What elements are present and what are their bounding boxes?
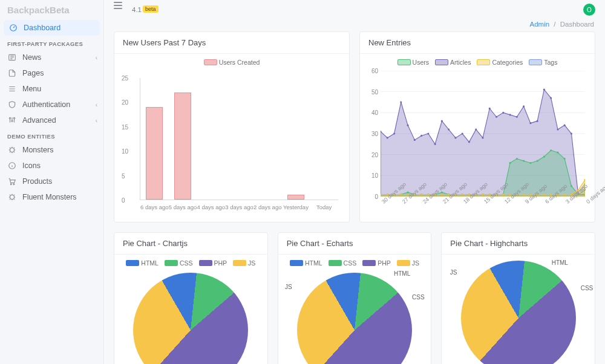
x-axis-label: 5 days ago — [169, 204, 197, 210]
svg-point-39 — [529, 122, 531, 124]
legend-label: CSS — [344, 259, 357, 267]
svg-point-134 — [543, 193, 545, 195]
legend-label: Categories — [492, 59, 523, 66]
svg-point-33 — [489, 108, 491, 109]
gauge-icon — [8, 23, 18, 33]
sidebar-item-label: Fluent Monsters — [22, 193, 77, 201]
sidebar-item-menu[interactable]: Menu — [0, 81, 103, 97]
svg-point-75 — [564, 158, 566, 160]
card-pie-echarts: Pie Chart - Echarts HTMLCSSPHPJS HTMLCSS… — [278, 232, 432, 364]
svg-point-44 — [564, 125, 566, 126]
sidebar-item-label: Dashboard — [24, 24, 60, 32]
sidebar-item-label: Authentication — [22, 100, 70, 109]
svg-point-119 — [441, 193, 443, 195]
sidebar-item-label: News — [22, 53, 41, 62]
svg-point-24 — [427, 132, 429, 134]
svg-point-25 — [434, 143, 436, 145]
svg-point-31 — [475, 128, 477, 130]
svg-point-36 — [509, 114, 511, 115]
sidebar-item-dashboard[interactable]: Dashboard — [4, 20, 100, 36]
version-number: 4.1 — [132, 6, 142, 13]
sidebar-item-news[interactable]: News‹ — [0, 50, 103, 65]
sidebar-item-advanced[interactable]: Advanced‹ — [0, 112, 103, 128]
legend-label: HTML — [305, 259, 322, 267]
avatar-initial: O — [587, 7, 592, 13]
bug-icon — [7, 192, 17, 202]
legend-new-users: Users Created — [122, 59, 342, 66]
beta-badge: beta — [143, 5, 159, 13]
document-icon — [7, 68, 17, 78]
card-new-users: New Users Past 7 Days Users Created 6 da… — [114, 31, 350, 223]
x-axis-label: 6 days ago — [140, 204, 168, 210]
svg-point-40 — [537, 120, 538, 122]
pie-chart — [133, 273, 248, 364]
breadcrumb-separator: / — [554, 21, 555, 28]
svg-point-76 — [571, 185, 572, 187]
svg-point-116 — [420, 193, 422, 195]
sidebar-item-authentication[interactable]: Authentication‹ — [0, 97, 103, 112]
legend-label: Users Created — [219, 59, 260, 66]
x-axis-label: 3 days ago — [225, 204, 253, 210]
sidebar-item-label: Icons — [22, 161, 41, 170]
breadcrumb: Admin / Dashboard — [104, 19, 605, 31]
shield-icon — [7, 100, 17, 109]
sidebar-section-first-party: First-Party Packages — [0, 36, 103, 50]
breadcrumb-admin[interactable]: Admin — [530, 21, 550, 28]
svg-point-41 — [543, 89, 545, 91]
sidebar-item-pages[interactable]: Pages — [0, 65, 103, 81]
pie-chart — [297, 273, 412, 364]
legend-label: HTML — [141, 259, 159, 267]
x-axis-label: 2 days ago — [253, 204, 281, 210]
slice-label: CSS — [581, 285, 594, 291]
card-pie-chartjs: Pie Chart - Chartjs HTMLCSSPHPJS — [114, 232, 268, 364]
breadcrumb-current: Dashboard — [560, 21, 594, 28]
card-title: Pie Chart - Echarts — [278, 233, 431, 255]
sidebar-item-icons[interactable]: Icons — [0, 158, 103, 174]
svg-point-8 — [13, 184, 15, 185]
slice-label: JS — [285, 284, 292, 290]
svg-point-9 — [10, 195, 15, 200]
legend-label: PHP — [214, 259, 227, 267]
chevron-left-icon: ‹ — [96, 117, 97, 124]
sidebar-item-fluent-monsters[interactable]: Fluent Monsters — [0, 189, 103, 205]
sidebar-item-products[interactable]: Products — [0, 174, 103, 189]
slice-label: HTML — [552, 259, 568, 266]
version-label: 4.1beta — [132, 6, 159, 13]
sliders-icon — [7, 115, 17, 125]
bar — [146, 107, 163, 200]
svg-point-30 — [468, 141, 470, 143]
svg-point-125 — [482, 193, 483, 195]
svg-point-3 — [13, 117, 15, 119]
slice-label: CSS — [412, 294, 425, 301]
card-title: New Users Past 7 Days — [114, 32, 349, 54]
brand-part2: Beta — [50, 5, 70, 15]
card-title: Pie Chart - Chartjs — [114, 233, 267, 255]
svg-point-68 — [516, 158, 518, 160]
bug-icon — [7, 145, 17, 155]
svg-point-71 — [537, 160, 538, 161]
card-new-entries: New Entries UsersArticlesCategoriesTags … — [359, 31, 595, 223]
legend-label: PHP — [378, 259, 391, 267]
svg-point-122 — [462, 193, 463, 195]
chevron-left-icon: ‹ — [96, 102, 97, 108]
brand-part1: Backpack — [7, 5, 50, 15]
sidebar-item-monsters[interactable]: Monsters — [0, 142, 103, 158]
bar — [287, 195, 304, 200]
svg-point-28 — [454, 137, 456, 138]
avatar[interactable]: O — [583, 4, 595, 16]
svg-point-113 — [400, 193, 402, 195]
svg-point-69 — [523, 160, 525, 161]
sidebar-item-label: Pages — [22, 69, 44, 77]
svg-point-5 — [10, 148, 15, 152]
svg-point-19 — [393, 132, 395, 134]
svg-point-29 — [462, 132, 463, 134]
cart-icon — [7, 177, 17, 186]
svg-point-70 — [529, 162, 531, 164]
info-icon — [7, 161, 17, 171]
slice-label: JS — [450, 269, 457, 276]
menu-toggle-icon[interactable] — [114, 5, 126, 15]
card-title: Pie Chart - Highcharts — [442, 233, 595, 255]
svg-point-42 — [550, 97, 552, 99]
svg-point-67 — [509, 162, 511, 164]
legend-pie: HTMLCSSPHPJS — [126, 259, 255, 267]
